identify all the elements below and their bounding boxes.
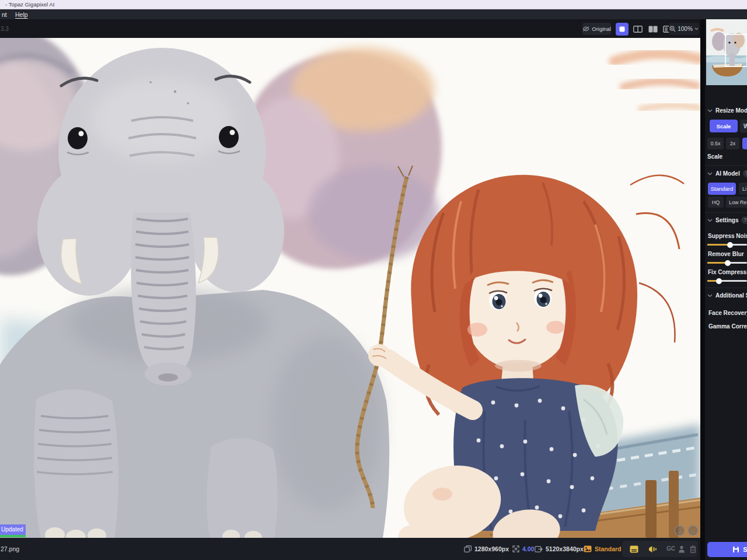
- model-badge-group[interactable]: Standard: [584, 538, 622, 560]
- panel-divider: [700, 19, 705, 560]
- scale-preset-0-5x[interactable]: 0.5x: [707, 138, 724, 149]
- updated-label: Updated: [0, 524, 26, 535]
- filename-label: 27.png: [1, 545, 19, 552]
- resize-tab-width-partial[interactable]: W: [740, 120, 747, 132]
- save-zone: Save: [705, 538, 747, 560]
- face-recovery-label[interactable]: Face Recovery: [708, 310, 747, 316]
- compare-view-button[interactable]: [645, 541, 659, 557]
- section-divider: [705, 165, 747, 166]
- menu-bar: nt Help: [0, 9, 747, 19]
- resize-mode-title: Resize Mode: [715, 107, 747, 114]
- model-badge-icon: [584, 545, 592, 552]
- navigator-thumbnail[interactable]: [706, 19, 747, 85]
- single-view-icon: [619, 26, 625, 32]
- side-by-side-view-icon: [648, 26, 658, 33]
- sad-face-icon: [687, 525, 699, 536]
- fix-compression-thumb[interactable]: [716, 278, 722, 284]
- update-progress-bar: [0, 535, 26, 537]
- original-compare-button[interactable]: Original: [582, 23, 611, 35]
- section-divider: [705, 212, 747, 213]
- chevron-down-icon: [707, 219, 713, 222]
- fix-compression-fill: [707, 280, 719, 282]
- navigator-preview-image: [706, 19, 747, 85]
- remove-blur-label: Remove Blur: [708, 251, 744, 257]
- settings-sidebar: Resize Mode ? Scale W 0.5x 2x Scale AI M…: [705, 19, 747, 538]
- model-badge-value: Standard: [595, 545, 622, 552]
- face-detection-button[interactable]: [676, 541, 687, 557]
- chevron-down-icon: [707, 294, 713, 298]
- person-icon: [678, 545, 685, 553]
- status-icon-tray: GC: [622, 541, 698, 557]
- section-divider: [705, 288, 747, 288]
- filmstrip-toggle-button[interactable]: [627, 541, 641, 557]
- split-view-icon: [633, 26, 643, 33]
- feedback-positive-button[interactable]: [674, 525, 685, 536]
- chevron-down-icon: [707, 172, 713, 176]
- ai-model-lines-button-partial[interactable]: Li: [739, 183, 747, 195]
- menu-item-help[interactable]: Help: [13, 10, 30, 19]
- resize-mode-header[interactable]: Resize Mode ?: [707, 107, 747, 114]
- fix-compression-label: Fix Compression: [708, 269, 747, 275]
- application-window: - Topaz Gigapixel AI nt Help 3.3 Origina…: [0, 0, 747, 560]
- trash-icon: [690, 545, 696, 553]
- gc-indicator: GC: [666, 545, 675, 552]
- scale-factor-value: 4.00: [522, 545, 534, 552]
- ai-model-lowres-button[interactable]: Low Res: [726, 197, 747, 208]
- status-bar: 27.png 747x560px 4.00 5120x3840px Stand…: [0, 538, 700, 560]
- save-image-button[interactable]: Save: [707, 542, 747, 557]
- input-image-icon: [464, 545, 472, 552]
- delete-button[interactable]: [687, 541, 698, 557]
- suppress-noise-slider[interactable]: [707, 244, 747, 246]
- ai-model-standard-button[interactable]: Standard: [708, 183, 736, 195]
- settings-header[interactable]: Settings ?: [707, 216, 747, 224]
- image-canvas[interactable]: Updated: [0, 38, 700, 538]
- save-label: Save: [743, 546, 747, 553]
- feedback-negative-button[interactable]: [687, 525, 699, 536]
- zoom-level-value: 100%: [678, 26, 693, 32]
- ai-model-header[interactable]: AI Model ?: [707, 170, 747, 177]
- compare-view-icon: [648, 545, 657, 553]
- ai-model-help-icon[interactable]: ?: [743, 170, 747, 177]
- output-size-group: 5120x3840px: [535, 538, 584, 560]
- eye-off-icon: [582, 26, 589, 32]
- window-title: - Topaz Gigapixel AI: [5, 1, 54, 8]
- remove-blur-thumb[interactable]: [725, 260, 731, 266]
- version-label: 3.3: [1, 26, 9, 32]
- input-size-group: 747x560px: [464, 538, 509, 560]
- happy-face-icon: [674, 525, 685, 536]
- canvas-toolbar: 3.3 Original 100%: [0, 19, 700, 38]
- remove-blur-slider[interactable]: [707, 262, 747, 264]
- remove-blur-fill: [707, 262, 728, 264]
- suppress-noise-label: Suppress Noise: [708, 233, 747, 239]
- chevron-down-icon: [694, 27, 699, 30]
- settings-help-icon[interactable]: ?: [741, 216, 747, 224]
- gamma-correction-label[interactable]: Gamma Correction: [708, 323, 747, 330]
- window-titlebar[interactable]: - Topaz Gigapixel AI: [0, 0, 747, 9]
- additional-settings-header[interactable]: Additional Settings: [707, 292, 747, 299]
- fix-compression-slider[interactable]: [707, 280, 747, 282]
- artwork-image: [0, 38, 700, 538]
- settings-title: Settings: [715, 217, 738, 223]
- output-image-icon: [535, 546, 543, 552]
- menu-item-account-truncated[interactable]: nt: [0, 10, 9, 19]
- scale-preset-2x[interactable]: 2x: [726, 138, 739, 149]
- split-view-button[interactable]: [631, 23, 644, 36]
- ai-model-hq-button[interactable]: HQ: [708, 197, 724, 208]
- scale-preset-selected[interactable]: [742, 138, 747, 149]
- ai-model-title: AI Model: [715, 170, 740, 177]
- zoom-control[interactable]: 100%: [669, 23, 699, 35]
- filmstrip-toggle-icon: [630, 545, 638, 553]
- additional-settings-title: Additional Settings: [715, 292, 747, 299]
- single-view-button[interactable]: [616, 23, 629, 36]
- original-label: Original: [592, 26, 611, 32]
- suppress-noise-fill: [707, 244, 730, 246]
- feedback-buttons: [674, 525, 699, 536]
- resize-tab-scale[interactable]: Scale: [710, 120, 738, 132]
- input-size-value: 747x560px: [474, 545, 509, 552]
- scale-factor-group: 4.00: [512, 538, 534, 560]
- suppress-noise-thumb[interactable]: [727, 242, 733, 248]
- magnifier-icon: [669, 26, 676, 32]
- update-status-badge: Updated: [0, 524, 26, 537]
- chevron-down-icon: [707, 109, 713, 113]
- side-by-side-view-button[interactable]: [647, 23, 659, 36]
